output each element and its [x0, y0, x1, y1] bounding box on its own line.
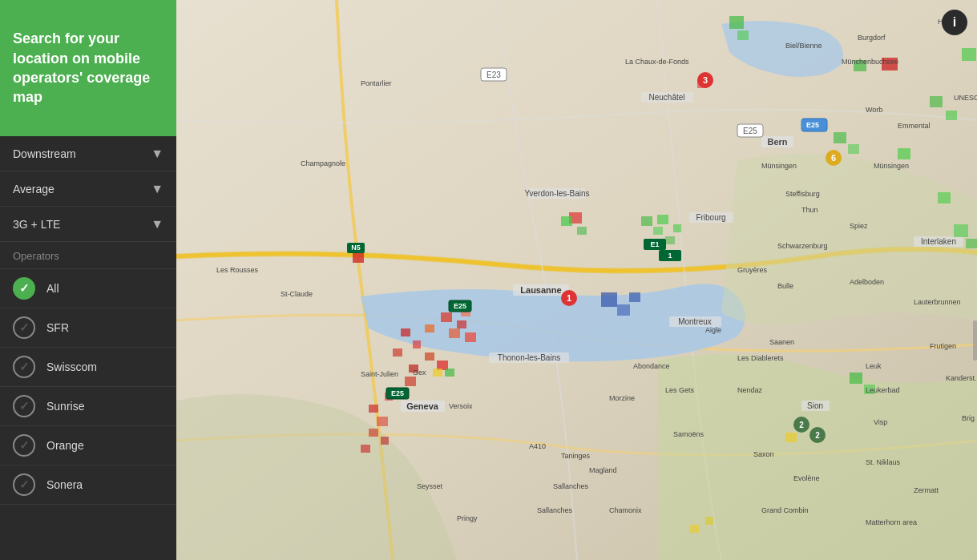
svg-text:Worb: Worb	[866, 106, 882, 114]
map-area[interactable]: Lausanne Geneva Bern Fribourg Neuchâtel …	[176, 0, 977, 560]
svg-rect-43	[361, 445, 370, 453]
svg-rect-58	[737, 30, 749, 40]
svg-text:Aigle: Aigle	[705, 326, 721, 334]
svg-rect-53	[785, 433, 797, 442]
svg-text:Pringy: Pringy	[457, 514, 478, 522]
svg-rect-71	[673, 224, 681, 232]
info-button[interactable]: i	[942, 10, 967, 35]
svg-text:E23: E23	[486, 71, 501, 79]
operator-sunrise[interactable]: Sunrise	[0, 387, 176, 426]
operator-sunrise-label: Sunrise	[46, 400, 84, 413]
svg-rect-52	[433, 369, 442, 377]
operator-swisscom-label: Swisscom	[46, 361, 97, 373]
svg-rect-89	[629, 292, 640, 302]
svg-rect-60	[962, 48, 976, 61]
svg-text:Brig: Brig	[962, 414, 975, 422]
svg-text:Neuchâtel: Neuchâtel	[648, 93, 684, 102]
svg-text:Bulle: Bulle	[777, 282, 793, 290]
svg-rect-87	[601, 292, 617, 307]
svg-text:Matterhorn area: Matterhorn area	[866, 518, 917, 526]
svg-text:UNESCO Biosphere: UNESCO Biosphere	[954, 94, 977, 102]
svg-rect-86	[445, 369, 454, 377]
svg-text:A410: A410	[529, 442, 546, 450]
svg-rect-83	[938, 192, 951, 203]
svg-text:6: 6	[831, 153, 836, 163]
svg-text:Saanen: Saanen	[769, 338, 794, 346]
svg-text:Magland: Magland	[589, 466, 617, 474]
svg-text:E25: E25	[743, 127, 757, 135]
filter-network[interactable]: 3G + LTE ▼	[0, 207, 176, 242]
svg-rect-50	[449, 328, 460, 338]
svg-text:La Chaux-de-Fonds: La Chaux-de-Fonds	[625, 58, 689, 66]
operator-sonera[interactable]: Sonera	[0, 465, 176, 505]
svg-text:Kanderst...: Kanderst...	[946, 374, 977, 382]
svg-rect-82	[966, 239, 977, 248]
svg-text:Abondance: Abondance	[633, 362, 670, 370]
svg-text:Biel/Bienne: Biel/Bienne	[785, 42, 822, 50]
operator-sonera-label: Sonera	[46, 478, 83, 491]
svg-text:Les Gets: Les Gets	[665, 386, 695, 394]
svg-rect-84	[850, 373, 862, 384]
operator-all[interactable]: All	[0, 269, 176, 308]
map-background: Lausanne Geneva Bern Fribourg Neuchâtel …	[176, 0, 977, 560]
filter-average[interactable]: Average ▼	[0, 171, 176, 207]
svg-rect-31	[401, 328, 410, 336]
svg-text:Saxon: Saxon	[753, 450, 774, 458]
svg-text:N5: N5	[351, 244, 361, 252]
svg-text:Fribourg: Fribourg	[696, 213, 725, 222]
svg-text:Frutigen: Frutigen	[930, 342, 956, 350]
svg-text:E1: E1	[650, 240, 659, 248]
svg-text:Les Rousses: Les Rousses	[216, 266, 259, 274]
svg-text:Morzine: Morzine	[609, 394, 635, 402]
svg-text:Versoix: Versoix	[449, 402, 473, 410]
svg-rect-66	[577, 227, 587, 235]
svg-text:Interlaken: Interlaken	[921, 237, 956, 246]
svg-text:Les Diablerets: Les Diablerets	[737, 354, 784, 362]
svg-rect-29	[353, 253, 364, 263]
operator-orange[interactable]: Orange	[0, 426, 176, 465]
svg-text:Lauterbrunnen: Lauterbrunnen	[914, 298, 961, 306]
chevron-down-icon: ▼	[151, 182, 164, 196]
svg-text:Sion: Sion	[807, 401, 823, 410]
svg-text:Seysset: Seysset	[417, 482, 443, 490]
svg-rect-81	[954, 224, 968, 237]
svg-text:Taninges: Taninges	[561, 452, 591, 460]
svg-rect-35	[393, 348, 402, 357]
svg-text:Steffisburg: Steffisburg	[785, 190, 820, 198]
check-icon-swisscom	[13, 356, 35, 378]
operator-sfr-label: SFR	[46, 321, 69, 334]
svg-rect-39	[369, 405, 378, 413]
svg-rect-62	[930, 96, 943, 107]
svg-rect-74	[898, 148, 910, 159]
svg-text:Sallanches: Sallanches	[553, 482, 589, 490]
svg-rect-70	[665, 236, 675, 244]
svg-rect-69	[657, 215, 668, 224]
svg-text:Münsingen: Münsingen	[874, 162, 909, 170]
svg-rect-56	[705, 517, 713, 525]
svg-rect-49	[425, 324, 434, 332]
svg-text:Nendaz: Nendaz	[737, 386, 763, 394]
svg-text:E25: E25	[391, 389, 404, 397]
svg-text:Samoëns: Samoëns	[673, 430, 704, 438]
filter-average-label: Average	[13, 183, 55, 195]
svg-text:2: 2	[799, 421, 804, 429]
operator-sfr[interactable]: SFR	[0, 308, 176, 348]
svg-text:Spiez: Spiez	[850, 222, 868, 230]
svg-text:Zermatt: Zermatt	[914, 486, 939, 494]
svg-rect-41	[369, 429, 378, 437]
filter-downstream-label: Downstream	[13, 147, 76, 160]
svg-text:Geneva: Geneva	[406, 401, 439, 411]
operator-all-label: All	[46, 282, 59, 295]
operator-swisscom[interactable]: Swisscom	[0, 348, 176, 387]
svg-rect-46	[465, 332, 476, 342]
svg-text:Montreux: Montreux	[678, 317, 712, 326]
check-icon-all	[13, 277, 35, 300]
svg-rect-65	[561, 216, 572, 226]
svg-text:Chamonix: Chamonix	[609, 506, 642, 514]
svg-text:St. Niklaus: St. Niklaus	[866, 458, 901, 466]
svg-text:Saint-Julien: Saint-Julien	[361, 370, 398, 378]
check-icon-sonera	[13, 473, 35, 496]
svg-rect-42	[381, 437, 389, 445]
filter-downstream[interactable]: Downstream ▼	[0, 136, 176, 171]
svg-text:Thonon-les-Bains: Thonon-les-Bains	[498, 353, 560, 362]
